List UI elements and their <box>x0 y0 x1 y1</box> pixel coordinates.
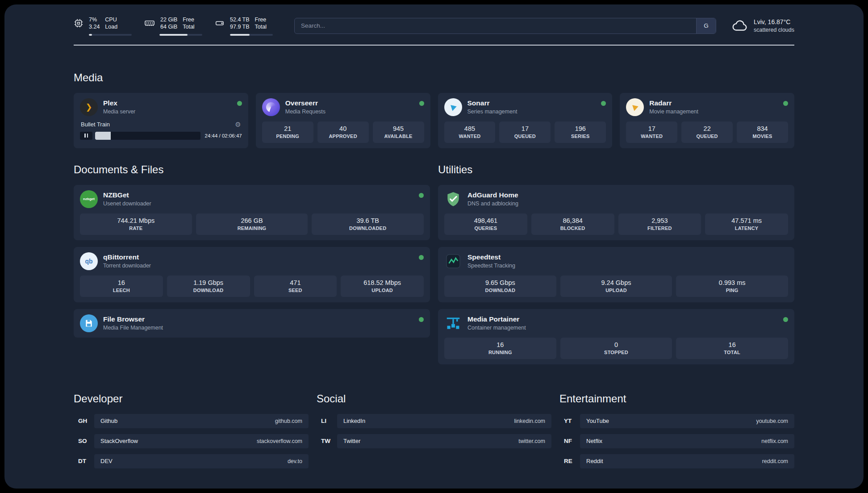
stat-queued: 17 QUEUED <box>499 121 551 143</box>
stat-running: 16 RUNNING <box>444 338 556 359</box>
status-dot <box>601 101 606 106</box>
stat-upload: 9.24 Gbps UPLOAD <box>560 276 672 297</box>
radarr-icon <box>626 98 644 116</box>
disk-free-value: 52.4 TB <box>230 16 250 23</box>
app-subtitle: Media File Management <box>103 325 163 331</box>
bookmark-github[interactable]: GH Github github.com <box>74 414 309 428</box>
status-dot <box>419 317 424 322</box>
stat-filtered: 2,953 FILTERED <box>618 213 701 235</box>
cpu-label-2: Load <box>105 23 117 30</box>
ram-label-2: Total <box>183 23 194 30</box>
adguard-card[interactable]: AdGuard Home DNS and adblocking 498,461 … <box>438 185 794 240</box>
dashboard-screen: 7% 3.24 CPU Load <box>4 4 864 489</box>
cpu-progressbar <box>89 34 132 36</box>
stat-stopped: 0 STOPPED <box>560 338 672 359</box>
bookmark-linkedin[interactable]: LI LinkedIn linkedin.com <box>317 414 551 428</box>
cloud-icon <box>731 17 748 34</box>
speedtest-card[interactable]: Speedtest Speedtest Tracking 9.65 Gbps D… <box>438 247 794 302</box>
plex-card[interactable]: ❯ Plex Media server Bullet Train ⚙ <box>74 93 248 148</box>
section-title-social: Social <box>317 393 551 405</box>
status-dot <box>419 193 424 198</box>
search-engine-button[interactable]: G <box>696 18 716 33</box>
ram-total-value: 64 GiB <box>160 23 177 30</box>
app-name: Media Portainer <box>467 315 526 323</box>
entertainment-bookmarks: Entertainment YT YouTube youtube.com NF … <box>559 393 794 474</box>
app-subtitle: Media server <box>103 109 135 115</box>
playback-time: 24:44 / 02:06:47 <box>205 133 242 138</box>
stat-latency: 47.571 ms LATENCY <box>705 213 788 235</box>
overseerr-icon <box>262 98 280 116</box>
stat-wanted: 17 WANTED <box>626 121 677 143</box>
sonarr-card[interactable]: Sonarr Series management 485 WANTED 17 Q… <box>438 93 613 148</box>
section-title-media: Media <box>74 71 794 84</box>
bookmark-netflix[interactable]: NF Netflix netflix.com <box>559 434 794 448</box>
stat-queries: 498,461 QUERIES <box>444 213 527 235</box>
stat-leech: 16 LEECH <box>80 276 163 297</box>
qbittorrent-icon: qb <box>80 252 98 270</box>
app-subtitle: DNS and adblocking <box>467 201 518 207</box>
overseerr-card[interactable]: Overseerr Media Requests 21 PENDING 40 A… <box>256 93 430 148</box>
app-name: Overseerr <box>285 99 326 107</box>
search-bar: G <box>294 18 716 34</box>
section-title-utilities: Utilities <box>438 163 794 176</box>
stat-total: 16 TOTAL <box>676 338 788 359</box>
stat-blocked: 86,384 BLOCKED <box>531 213 614 235</box>
weather-widget[interactable]: Lviv, 16.87°C scattered clouds <box>731 17 794 34</box>
memory-icon <box>144 18 155 29</box>
portainer-card[interactable]: Media Portainer Container management 16 … <box>438 309 794 364</box>
app-subtitle: Container management <box>467 325 526 331</box>
plex-icon: ❯ <box>80 98 98 116</box>
app-name: NZBGet <box>103 191 151 199</box>
section-title-entertainment: Entertainment <box>559 393 794 405</box>
now-playing-title: Bullet Train <box>81 121 110 128</box>
sonarr-icon <box>444 98 462 116</box>
top-bar: 7% 3.24 CPU Load <box>74 16 794 36</box>
playback-progressbar[interactable] <box>95 132 200 140</box>
stat-rate: 744.21 Mbps RATE <box>80 213 192 235</box>
bookmark-twitter[interactable]: TW Twitter twitter.com <box>317 434 551 448</box>
ram-metric: 22 GiB 64 GiB Free Total <box>144 16 202 36</box>
ram-progressbar <box>159 34 202 36</box>
weather-condition: scattered clouds <box>754 26 794 34</box>
radarr-card[interactable]: Radarr Movie management 17 WANTED 22 QUE… <box>620 93 794 148</box>
stat-movies: 834 MOVIES <box>737 121 788 143</box>
app-subtitle: Usenet downloader <box>103 201 151 207</box>
bookmark-stackoverflow[interactable]: SO StackOverflow stackoverflow.com <box>74 434 309 448</box>
app-subtitle: Movie management <box>649 109 698 115</box>
disk-label-1: Free <box>255 16 267 23</box>
disk-progressbar <box>230 34 273 36</box>
documents-column: Documents & Files nzbget NZBGet Usenet d… <box>74 163 430 371</box>
status-dot <box>237 101 242 106</box>
cpu-percent: 7% <box>89 16 100 23</box>
app-name: Plex <box>103 99 135 107</box>
cpu-label-1: CPU <box>105 16 117 23</box>
status-dot <box>783 317 788 322</box>
bookmark-youtube[interactable]: YT YouTube youtube.com <box>559 414 794 428</box>
adguard-shield-icon <box>444 190 462 208</box>
filebrowser-card[interactable]: File Browser Media File Management <box>74 309 430 338</box>
section-title-documents: Documents & Files <box>74 163 430 176</box>
stat-wanted: 485 WANTED <box>444 121 496 143</box>
cpu-icon <box>74 18 83 28</box>
status-dot <box>783 101 788 106</box>
stat-pending: 21 PENDING <box>262 121 313 143</box>
status-dot <box>419 101 424 106</box>
bookmark-reddit[interactable]: RE Reddit reddit.com <box>559 454 794 468</box>
app-name: Radarr <box>649 99 698 107</box>
cpu-metric: 7% 3.24 CPU Load <box>74 16 132 36</box>
qbittorrent-card[interactable]: qb qBittorrent Torrent downloader 16 LEE… <box>74 247 430 302</box>
nzbget-card[interactable]: nzbget NZBGet Usenet downloader 744.21 M… <box>74 185 430 240</box>
search-input[interactable] <box>294 18 716 34</box>
pause-button[interactable] <box>80 132 92 140</box>
stat-upload: 618.52 Mbps UPLOAD <box>341 276 424 297</box>
section-title-developer: Developer <box>74 393 309 405</box>
bookmark-dev[interactable]: DT DEV dev.to <box>74 454 309 468</box>
portainer-crane-icon <box>444 314 462 332</box>
disk-total-value: 97.9 TB <box>230 23 250 30</box>
utilities-column: Utilities AdGuard Home DNS and adblockin… <box>438 163 794 371</box>
stat-queued: 22 QUEUED <box>681 121 733 143</box>
app-name: Speedtest <box>467 253 515 261</box>
stat-series: 196 SERIES <box>555 121 606 143</box>
media-grid: ❯ Plex Media server Bullet Train ⚙ <box>74 93 794 148</box>
gear-icon[interactable]: ⚙ <box>235 121 241 129</box>
